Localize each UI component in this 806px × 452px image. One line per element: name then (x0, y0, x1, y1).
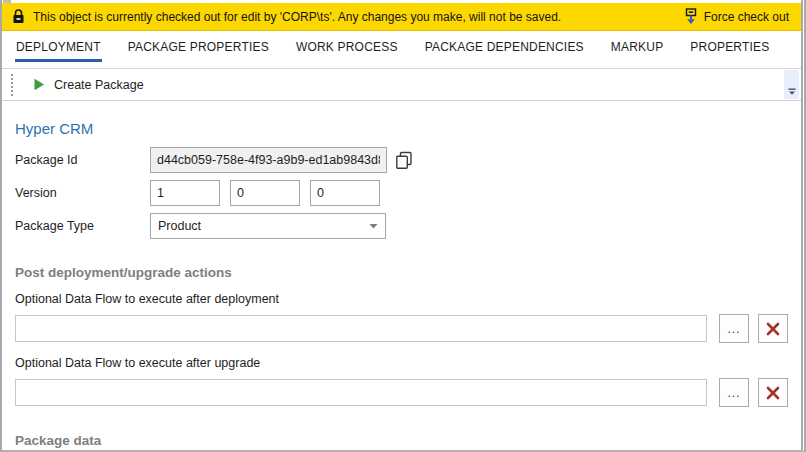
tab-markup[interactable]: MARKUP (610, 31, 665, 62)
banner-message: This object is currently checked out for… (33, 10, 561, 24)
create-package-label: Create Package (54, 78, 144, 92)
checked-out-banner: This object is currently checked out for… (2, 3, 801, 31)
package-type-label: Package Type (15, 219, 150, 233)
dataflow-after-upgrade-field[interactable] (15, 379, 707, 406)
dataflow-after-deployment-label: Optional Data Flow to execute after depl… (15, 292, 788, 306)
package-data-heading: Package data (15, 433, 788, 448)
version-row: Version (15, 180, 788, 206)
window-top-edge (2, 0, 801, 3)
package-id-row: Package Id (15, 147, 788, 173)
package-type-row: Package Type Product (15, 213, 788, 239)
check-out-arrow-icon (684, 8, 698, 25)
copy-package-id-button[interactable] (395, 151, 413, 169)
tab-package-properties[interactable]: PACKAGE PROPERTIES (127, 31, 270, 62)
dataflow-after-deployment-row: ... (15, 314, 788, 343)
green-play-icon (33, 78, 45, 91)
version-label: Version (15, 186, 150, 200)
dataflow-after-upgrade-label: Optional Data Flow to execute after upgr… (15, 356, 788, 370)
toolbar: Create Package (2, 68, 801, 101)
package-type-dropdown[interactable]: Product (150, 213, 386, 239)
toolbar-grip-dots[interactable] (11, 74, 13, 96)
tab-package-dependencies[interactable]: PACKAGE DEPENDENCIES (424, 31, 585, 62)
tab-properties[interactable]: PROPERTIES (689, 31, 770, 62)
version-major-field[interactable] (150, 180, 220, 206)
lock-icon (12, 9, 25, 24)
package-id-label: Package Id (15, 153, 150, 167)
dataflow-after-upgrade-browse-button[interactable]: ... (719, 378, 749, 407)
chevron-down-icon (369, 223, 378, 229)
package-editor-window: This object is currently checked out for… (0, 0, 806, 452)
copy-icon (395, 151, 413, 169)
toolbar-overflow-chevron-icon (788, 88, 796, 96)
dataflow-after-upgrade-row: ... (15, 378, 788, 407)
version-build-field[interactable] (310, 180, 380, 206)
tab-deployment[interactable]: DEPLOYMENT (15, 31, 102, 62)
deployment-panel: Hyper CRM Package Id Version Pa (2, 120, 801, 448)
dataflow-after-deployment-field[interactable] (15, 315, 707, 342)
dataflow-after-deployment-browse-button[interactable]: ... (719, 314, 749, 343)
tab-strip: DEPLOYMENT PACKAGE PROPERTIES WORK PROCE… (2, 31, 801, 62)
force-check-out-label: Force check out (704, 10, 789, 24)
toolbar-overflow-button[interactable] (784, 70, 799, 99)
red-x-icon (766, 322, 780, 336)
dataflow-after-upgrade-clear-button[interactable] (758, 378, 788, 407)
window-corner-nub (3, 0, 11, 3)
post-actions-heading: Post deployment/upgrade actions (15, 265, 788, 280)
create-package-button[interactable]: Create Package (27, 74, 150, 96)
package-type-value: Product (158, 219, 201, 233)
page-title: Hyper CRM (15, 120, 788, 137)
force-check-out-button[interactable]: Force check out (684, 8, 789, 25)
dataflow-after-deployment-clear-button[interactable] (758, 314, 788, 343)
package-id-field[interactable] (150, 147, 387, 173)
tab-work-process[interactable]: WORK PROCESS (295, 31, 399, 62)
version-minor-field[interactable] (230, 180, 300, 206)
red-x-icon (766, 386, 780, 400)
